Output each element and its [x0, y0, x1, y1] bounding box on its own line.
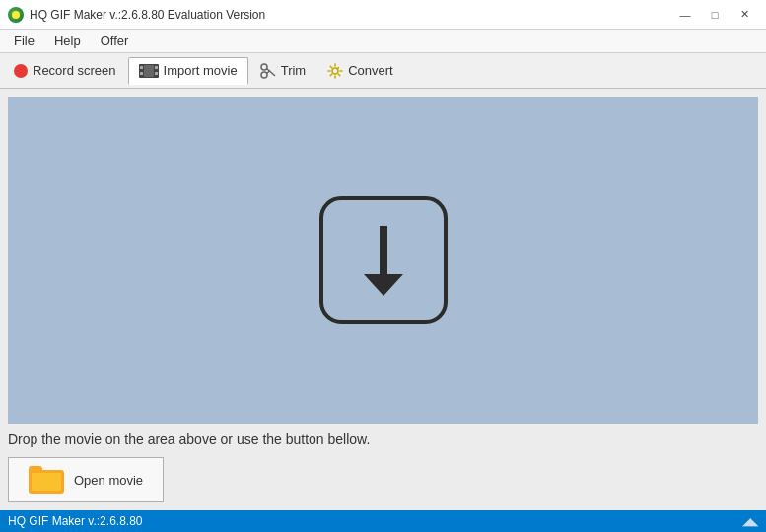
record-screen-button[interactable]: Record screen [4, 57, 126, 85]
folder-icon [29, 466, 64, 494]
menu-help[interactable]: Help [44, 31, 91, 52]
svg-rect-5 [144, 65, 154, 77]
record-screen-label: Record screen [33, 63, 116, 78]
drop-area[interactable] [8, 97, 758, 424]
app-icon-inner [12, 11, 20, 19]
menu-file[interactable]: File [4, 31, 44, 52]
convert-label: Convert [348, 63, 393, 78]
record-icon [14, 64, 28, 78]
drop-instruction: Drop the movie on the area above or use … [8, 432, 758, 447]
toolbar: Record screen Import movie Trim [0, 53, 766, 89]
open-movie-button[interactable]: Open movie [8, 457, 164, 502]
svg-rect-1 [140, 66, 143, 69]
trim-icon [260, 63, 276, 79]
title-text: HQ GIF Maker v.:2.6.8.80 Evaluation Vers… [30, 8, 265, 22]
svg-rect-3 [155, 66, 158, 69]
maximize-button[interactable]: □ [701, 5, 729, 25]
arrow-shaft [380, 226, 387, 275]
close-button[interactable]: ✕ [731, 5, 758, 25]
arrow-down-icon [364, 226, 403, 296]
trim-label: Trim [281, 63, 307, 78]
title-bar: HQ GIF Maker v.:2.6.8.80 Evaluation Vers… [0, 0, 766, 30]
minimize-button[interactable]: — [671, 5, 699, 25]
download-box [319, 196, 448, 324]
svg-rect-2 [140, 72, 143, 75]
menu-offer[interactable]: Offer [91, 31, 139, 52]
import-movie-button[interactable]: Import movie [128, 57, 248, 85]
title-bar-left: HQ GIF Maker v.:2.6.8.80 Evaluation Vers… [8, 7, 265, 23]
arrow-head [364, 274, 403, 296]
title-bar-controls: — □ ✕ [671, 5, 758, 25]
drop-instruction-text: Drop the movie on the area above or use … [8, 432, 370, 447]
app-icon [8, 7, 24, 23]
folder-body [29, 470, 64, 494]
menu-bar: File Help Offer [0, 30, 766, 53]
trim-button[interactable]: Trim [250, 57, 316, 85]
open-movie-label: Open movie [74, 473, 143, 488]
svg-rect-4 [155, 72, 158, 75]
status-right: ◢◣ [742, 515, 758, 528]
convert-icon [327, 63, 343, 79]
folder-body-light [32, 473, 61, 491]
main-content: Drop the movie on the area above or use … [0, 89, 766, 510]
film-icon [139, 63, 159, 79]
status-text: HQ GIF Maker v.:2.6.8.80 [8, 514, 143, 528]
status-bar: HQ GIF Maker v.:2.6.8.80 ◢◣ [0, 510, 766, 532]
convert-button[interactable]: Convert [317, 57, 403, 85]
import-movie-label: Import movie [164, 63, 238, 78]
